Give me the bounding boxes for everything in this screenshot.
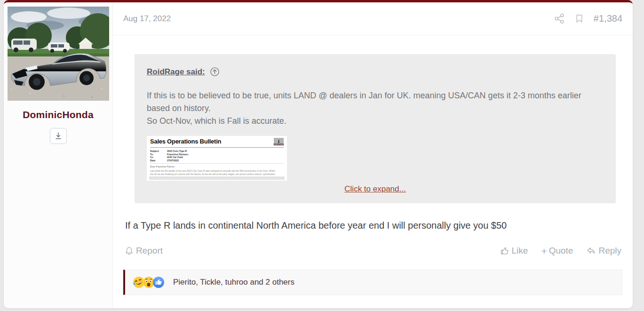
reply-button[interactable]: Reply (586, 246, 621, 256)
quote-text-line: So Oct-Nov, which is Fall is accurate. (147, 115, 604, 128)
like-button[interactable]: Like (500, 246, 528, 256)
avatar[interactable] (8, 7, 109, 101)
bulletin-document-preview: Sales Operations Bulletin i INFORMATION … (147, 136, 287, 181)
post-author-sidebar: DominicHonda (4, 2, 113, 308)
quote-block: RoidRage said: If this is to be believed… (135, 54, 616, 203)
bookmark-button[interactable] (574, 13, 584, 24)
quote-label: Quote (549, 246, 573, 256)
post-header: Aug 17, 2022 #1,384 (113, 2, 633, 35)
reaction-bar[interactable]: Pierito, Tickle, tuhroo and 2 others (123, 270, 622, 295)
like-label: Like (512, 246, 528, 256)
post-content: RoidRage said: If this is to be believed… (113, 35, 633, 308)
bulletin-meta-row: Date:27/07/2022 (150, 159, 284, 162)
quote-body: If this is to be believed to be true, un… (147, 89, 604, 128)
quote-author-link[interactable]: RoidRage said: (147, 67, 205, 77)
thumbs-up-icon (500, 246, 510, 256)
blue-like-emoji (152, 276, 165, 288)
post-date[interactable]: Aug 17, 2022 (123, 14, 171, 24)
arrow-down-icon (54, 131, 63, 141)
bulletin-title: Sales Operations Bulletin (150, 138, 221, 145)
reply-label: Reply (598, 246, 621, 256)
username-link[interactable]: DominicHonda (4, 109, 112, 120)
reaction-summary-text[interactable]: Pierito, Tickle, tuhroo and 2 others (173, 278, 294, 287)
reaction-emoji-stack (133, 276, 165, 288)
report-button[interactable]: Report (124, 246, 163, 256)
share-icon (554, 13, 565, 24)
information-icon: i INFORMATION (274, 138, 284, 146)
divider (150, 164, 284, 164)
forum-post-card: DominicHonda Aug 17, 2022 (4, 0, 633, 308)
bulletin-salutation: Dear Franchise Partner, (150, 165, 284, 168)
jump-down-button[interactable] (50, 128, 67, 144)
post-main: Aug 17, 2022 #1,384 R (113, 2, 633, 308)
go-to-source-button[interactable] (209, 66, 220, 77)
report-label: Report (136, 246, 163, 256)
attachment-thumbnail[interactable]: Sales Operations Bulletin i INFORMATION … (147, 136, 287, 181)
avatar-photo-illustration (8, 7, 109, 101)
share-button[interactable] (554, 13, 565, 24)
post-body-text: If a Type R lands in continental North A… (125, 220, 622, 231)
bookmark-icon (574, 13, 584, 24)
plus-icon: + (541, 246, 547, 256)
post-number-link[interactable]: #1,384 (594, 13, 622, 24)
quote-button[interactable]: + Quote (541, 246, 573, 256)
post-action-bar: Report Like + Quote (123, 246, 622, 256)
quote-text-line: If this is to be believed to be true, un… (147, 89, 604, 115)
arrow-up-circle-icon (209, 66, 220, 77)
divider (150, 147, 284, 148)
click-to-expand-link[interactable]: Click to expand... (344, 184, 405, 193)
bell-icon (124, 246, 134, 256)
reply-arrow-icon (586, 246, 596, 256)
bulletin-highlight-bar (149, 176, 285, 180)
